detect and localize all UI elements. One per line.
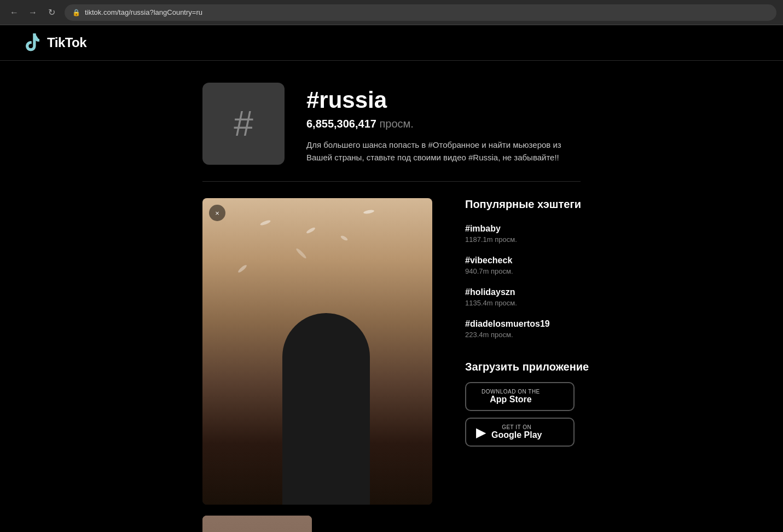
hashtag-views-label: просм.	[379, 118, 413, 130]
app-store-text: Download on the App Store	[482, 389, 540, 404]
tiktok-header: TikTok	[0, 25, 783, 61]
hashtag-item-2-name: #vibecheck	[465, 256, 607, 265]
google-play-subtitle: GET IT ON	[491, 424, 542, 430]
hashtag-item-4-views: 223.4m просм.	[465, 331, 607, 339]
download-section: Загрузить приложение Download on the App…	[465, 361, 607, 447]
address-bar[interactable]: 🔒 tiktok.com/tag/russia?langCountry=ru	[65, 4, 776, 21]
google-play-icon: ▶	[476, 425, 486, 440]
google-play-button[interactable]: ▶ GET IT ON Google Play	[465, 418, 575, 447]
hashtag-item-1-views: 1187.1m просм.	[465, 235, 607, 244]
hashtag-item-3[interactable]: #holidayszn 1135.4m просм.	[465, 287, 607, 307]
hashtag-item-3-name: #holidayszn	[465, 287, 607, 297]
divider	[202, 181, 581, 182]
mute-icon: ×	[215, 209, 219, 217]
lock-icon: 🔒	[72, 9, 80, 16]
tiktok-logo[interactable]: TikTok	[22, 33, 86, 53]
video-card-large[interactable]: ×	[202, 198, 432, 505]
hashtag-symbol: #	[234, 106, 253, 141]
app-store-name: App Store	[482, 395, 540, 404]
hashtag-item-4-name: #diadelosmuertos19	[465, 319, 607, 329]
tiktok-logo-icon	[22, 33, 42, 53]
hashtag-item-2-views: 940.7m просм.	[465, 267, 607, 275]
main-content: # #russia 6,855,306,417 просм. Для больш…	[0, 61, 783, 532]
app-store-subtitle: Download on the	[482, 389, 540, 395]
sidebar: Популярные хэштеги #imbaby 1187.1m просм…	[465, 198, 607, 453]
hashtag-views: 6,855,306,417 просм.	[306, 118, 581, 130]
download-title: Загрузить приложение	[465, 361, 607, 373]
browser-chrome: ← → ↻ 🔒 tiktok.com/tag/russia?langCountr…	[0, 0, 783, 25]
url-text: tiktok.com/tag/russia?langCountry=ru	[85, 8, 202, 16]
videos-grid: × ✕	[202, 198, 432, 532]
forward-button[interactable]: →	[25, 5, 40, 20]
back-button[interactable]: ←	[7, 5, 22, 20]
small-card-1-bg: ✕	[202, 516, 312, 532]
video-cards-small: ✕ ♡ 3.1m	[202, 516, 312, 532]
large-video-bg	[202, 198, 432, 505]
hashtag-item-3-views: 1135.4m просм.	[465, 299, 607, 307]
hashtag-views-count: 6,855,306,417	[306, 118, 376, 130]
hashtag-item-2[interactable]: #vibecheck 940.7m просм.	[465, 256, 607, 275]
hashtag-title: #russia	[306, 87, 581, 113]
hashtag-icon-box: #	[202, 83, 285, 165]
app-store-button[interactable]: Download on the App Store	[465, 382, 575, 411]
reload-button[interactable]: ↻	[44, 5, 59, 20]
hashtag-item-1[interactable]: #imbaby 1187.1m просм.	[465, 224, 607, 244]
browser-nav-buttons: ← → ↻	[7, 5, 59, 20]
popular-hashtags-title: Популярные хэштеги	[465, 198, 607, 211]
content-area: × ✕	[202, 198, 581, 532]
tiktok-logo-text: TikTok	[47, 35, 86, 50]
hashtag-item-4[interactable]: #diadelosmuertos19 223.4m просм.	[465, 319, 607, 339]
video-card-small-1[interactable]: ✕ ♡ 3.1m	[202, 516, 312, 532]
google-play-name: Google Play	[491, 430, 542, 440]
video-particles	[202, 198, 432, 351]
hashtag-section: # #russia 6,855,306,417 просм. Для больш…	[202, 83, 581, 165]
mute-button[interactable]: ×	[209, 205, 225, 221]
hashtag-item-1-name: #imbaby	[465, 224, 607, 234]
google-play-text: GET IT ON Google Play	[491, 424, 542, 440]
hashtag-info: #russia 6,855,306,417 просм. Для большег…	[306, 83, 581, 164]
hashtag-description: Для большего шанса попасть в #Отобранное…	[306, 139, 581, 164]
